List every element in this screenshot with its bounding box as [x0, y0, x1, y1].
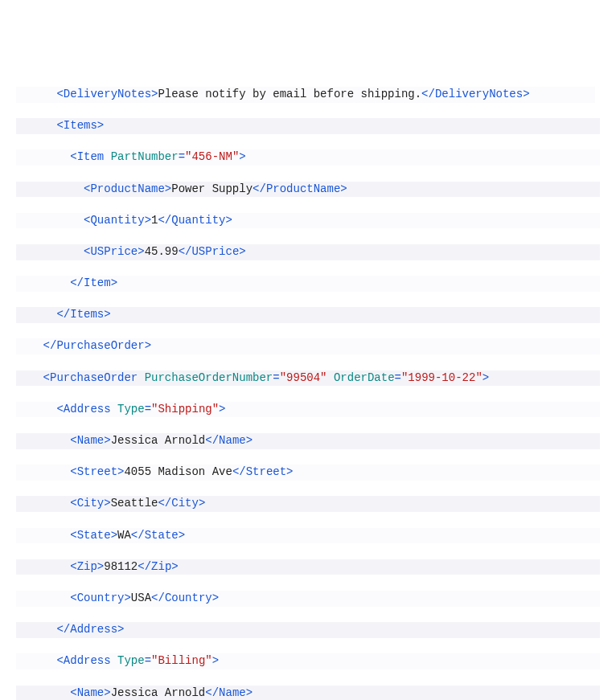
xml-text: WA	[117, 529, 131, 542]
xml-tag: State	[77, 529, 111, 542]
xml-text: 98112	[104, 560, 138, 573]
xml-attr-value: Shipping	[158, 403, 211, 415]
xml-tag: DeliveryNotes	[435, 88, 523, 100]
code-line: <State>WA</State>	[16, 528, 600, 544]
xml-text: 4055 Madison Ave	[124, 465, 232, 478]
xml-tag: Name	[77, 686, 105, 699]
xml-tag: Items	[70, 308, 104, 321]
xml-tag: Items	[64, 119, 97, 132]
xml-attr-value: 1999-10-22	[408, 371, 475, 384]
xml-attr-name: PurchaseOrderNumber	[145, 371, 273, 384]
xml-tag: City	[77, 497, 105, 510]
xml-tag: DeliveryNotes	[64, 88, 151, 100]
xml-attr-name: Type	[117, 403, 145, 415]
code-line: <Name>Jessica Arnold</Name>	[16, 686, 600, 700]
xml-attr-name: PartNumber	[111, 150, 179, 163]
xml-tag: Country	[77, 592, 125, 604]
code-line: <Address Type="Shipping">	[16, 402, 600, 418]
code-line: <Name>Jessica Arnold</Name>	[16, 433, 600, 449]
xml-attr-value: Billing	[158, 654, 205, 667]
xml-tag: PurchaseOrder	[50, 371, 138, 384]
code-line: <Items>	[16, 118, 600, 134]
xml-tag: Quantity	[90, 214, 144, 227]
code-line: </Item>	[16, 276, 600, 292]
code-line: <Country>USA</Country>	[16, 591, 600, 607]
xml-tag: Item	[84, 276, 111, 289]
xml-attr-name: OrderDate	[334, 371, 395, 384]
code-line: <Address Type="Billing">	[16, 653, 600, 669]
code-line: </Items>	[16, 307, 600, 323]
xml-attr-value: 456-NM	[191, 150, 232, 163]
xml-tag: Address	[64, 403, 111, 415]
xml-tag: ProductName	[90, 182, 164, 195]
xml-text: Seattle	[111, 497, 158, 510]
code-line: <PurchaseOrder PurchaseOrderNumber="9950…	[16, 370, 600, 387]
xml-text: 45.99	[145, 245, 179, 258]
code-line: <Zip>98112</Zip>	[16, 559, 600, 575]
xml-tag: Address	[64, 654, 111, 667]
code-line: <Quantity>1</Quantity>	[16, 213, 600, 229]
code-line: <ProductName>Power Supply</ProductName>	[16, 182, 600, 198]
code-line: <Street>4055 Madison Ave</Street>	[16, 465, 600, 481]
xml-tag: Name	[77, 434, 105, 447]
xml-tag: Zip	[77, 560, 97, 573]
code-line: <DeliveryNotes>Please notify by email be…	[16, 87, 595, 103]
code-line: </PurchaseOrder>	[16, 338, 600, 354]
xml-tag: Item	[77, 150, 105, 163]
code-line: </Address>	[16, 622, 600, 638]
xml-text: Power Supply	[171, 182, 253, 195]
xml-text: Jessica Arnold	[111, 434, 206, 447]
xml-tag: Address	[70, 623, 117, 636]
code-line: <USPrice>45.99</USPrice>	[16, 244, 600, 260]
xml-attr-value: 99504	[286, 371, 320, 384]
code-line: <City>Seattle</City>	[16, 496, 600, 512]
code-line: <Item PartNumber="456-NM">	[16, 149, 600, 166]
xml-code-block: <DeliveryNotes>Please notify by email be…	[16, 71, 600, 700]
xml-attr-name: Type	[117, 654, 145, 667]
xml-text: USA	[131, 592, 151, 604]
xml-tag: Street	[77, 465, 117, 478]
xml-tag: USPrice	[90, 245, 138, 258]
xml-text: Jessica Arnold	[111, 686, 206, 699]
xml-text: Please notify by email before shipping.	[158, 88, 421, 100]
xml-tag: PurchaseOrder	[56, 339, 144, 352]
